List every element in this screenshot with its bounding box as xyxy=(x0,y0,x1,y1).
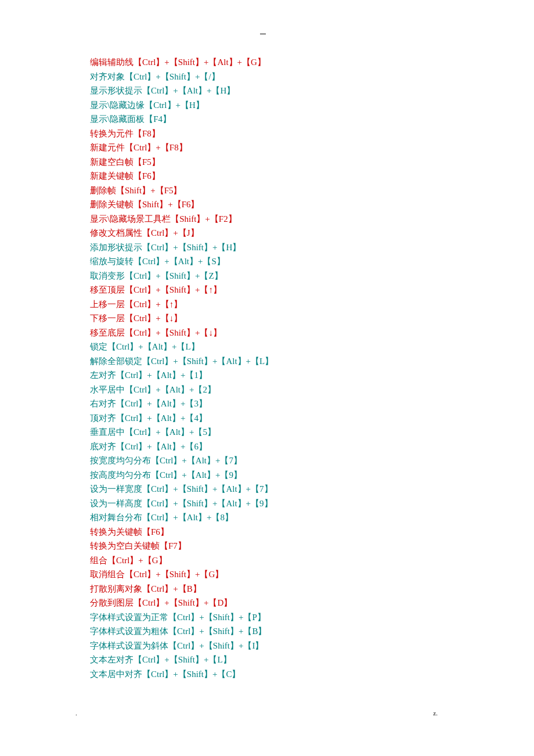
shortcut-line: 底对齐【Ctrl】+【Alt】+【6】 xyxy=(90,440,534,454)
shortcut-line: 垂直居中【Ctrl】+【Alt】+【5】 xyxy=(90,425,534,440)
shortcut-line: 删除关键帧【Shift】+【F6】 xyxy=(90,197,534,212)
shortcut-line: 移至顶层【Ctrl】+【Shift】+【↑】 xyxy=(90,283,534,297)
shortcut-line: 显示\隐藏边缘【Ctrl】+【H】 xyxy=(90,98,534,113)
shortcut-line: 打散别离对象【Ctrl】+【B】 xyxy=(90,582,534,596)
shortcut-line: 设为一样宽度【Ctrl】+【Shift】+【Alt】+【7】 xyxy=(90,482,534,496)
shortcut-line: 删除帧【Shift】+【F5】 xyxy=(90,183,534,198)
shortcut-line: 缩放与旋转【Ctrl】+【Alt】+【S】 xyxy=(90,254,534,269)
shortcut-line: 解除全部锁定【Ctrl】+【Shift】+【Alt】+【L】 xyxy=(90,354,534,369)
shortcut-line: 字体样式设置为斜体【Ctrl】+【Shift】+【I】 xyxy=(90,639,534,653)
shortcut-line: 转换为关键帧【F6】 xyxy=(90,525,534,539)
shortcut-line: 文本左对齐【Ctrl】+【Shift】+【L】 xyxy=(90,653,534,667)
shortcut-line: 修改文档属性【Ctrl】+【J】 xyxy=(90,226,534,240)
shortcut-line: 显示\隐藏面板【F4】 xyxy=(90,112,534,127)
shortcut-line: 编辑辅助线【Ctrl】+【Shift】+【Alt】+【G】 xyxy=(90,55,534,70)
shortcut-line: 新建空白帧【F5】 xyxy=(90,155,534,170)
shortcut-line: 文本居中对齐【Ctrl】+【Shift】+【C】 xyxy=(90,667,534,682)
shortcut-line: 字体样式设置为正常【Ctrl】+【Shift】+【P】 xyxy=(90,610,534,625)
shortcut-line: 按高度均匀分布【Ctrl】+【Alt】+【9】 xyxy=(90,468,534,483)
footer-right-text: z. xyxy=(433,706,438,721)
shortcut-line: 添加形状提示【Ctrl】+【Shift】+【H】 xyxy=(90,240,534,255)
shortcut-line: 转换为空白关键帧【F7】 xyxy=(90,539,534,553)
header-divider xyxy=(260,34,266,34)
shortcut-line: 按宽度均匀分布【Ctrl】+【Alt】+【7】 xyxy=(90,453,534,468)
shortcut-line: 左对齐【Ctrl】+【Alt】+【1】 xyxy=(90,368,534,383)
shortcut-line: 相对舞台分布【Ctrl】+【Alt】+【8】 xyxy=(90,510,534,525)
shortcut-line: 显示\隐藏场景工具栏【Shift】+【F2】 xyxy=(90,212,534,226)
shortcut-line: 对齐对象【Ctrl】+【Shift】+【/】 xyxy=(90,70,534,84)
shortcut-line: 字体样式设置为粗体【Ctrl】+【Shift】+【B】 xyxy=(90,624,534,639)
shortcut-line: 下移一层【Ctrl】+【↓】 xyxy=(90,311,534,326)
shortcut-line: 水平居中【Ctrl】+【Alt】+【2】 xyxy=(90,383,534,397)
shortcut-line: 取消组合【Ctrl】+【Shift】+【G】 xyxy=(90,567,534,582)
shortcut-line: 显示形状提示【Ctrl】+【Alt】+【H】 xyxy=(90,84,534,98)
shortcut-line: 移至底层【Ctrl】+【Shift】+【↓】 xyxy=(90,326,534,340)
shortcut-list: 编辑辅助线【Ctrl】+【Shift】+【Alt】+【G】对齐对象【Ctrl】+… xyxy=(90,55,534,681)
shortcut-line: 新建元件【Ctrl】+【F8】 xyxy=(90,141,534,155)
shortcut-line: 设为一样高度【Ctrl】+【Shift】+【Alt】+【9】 xyxy=(90,496,534,511)
shortcut-line: 新建关键帧【F6】 xyxy=(90,169,534,183)
shortcut-line: 上移一层【Ctrl】+【↑】 xyxy=(90,297,534,312)
shortcut-line: 顶对齐【Ctrl】+【Alt】+【4】 xyxy=(90,411,534,426)
shortcut-line: 锁定【Ctrl】+【Alt】+【L】 xyxy=(90,340,534,354)
footer-left-text: . xyxy=(75,706,77,721)
shortcut-line: 右对齐【Ctrl】+【Alt】+【3】 xyxy=(90,397,534,411)
shortcut-line: 组合【Ctrl】+【G】 xyxy=(90,553,534,568)
shortcut-line: 分散到图层【Ctrl】+【Shift】+【D】 xyxy=(90,596,534,610)
shortcut-line: 取消变形【Ctrl】+【Shift】+【Z】 xyxy=(90,269,534,283)
shortcut-line: 转换为元件【F8】 xyxy=(90,127,534,141)
